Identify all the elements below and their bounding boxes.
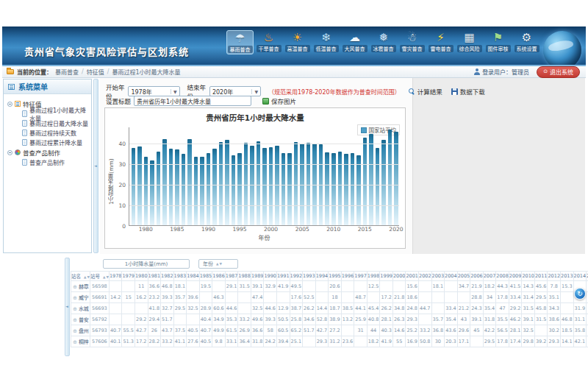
sort-desc-icon[interactable]: ▼: [106, 275, 108, 279]
save-image-button[interactable]: 保存图片: [260, 96, 296, 105]
toolbar-item-4[interactable]: ❄低温普查: [312, 30, 340, 54]
bar-2014[interactable]: [356, 155, 361, 225]
year-column-header[interactable]: 1979: [122, 272, 135, 281]
toolbar-item-3[interactable]: ☀高温普查: [284, 30, 311, 54]
row-expand-icon[interactable]: ⊕: [73, 317, 77, 323]
bar-1994[interactable]: [232, 155, 236, 226]
year-column-header[interactable]: 1991: [276, 272, 290, 281]
breadcrumb-item[interactable]: 特征值: [87, 68, 104, 76]
bar-2000[interactable]: [269, 147, 273, 225]
bar-1999[interactable]: [262, 148, 267, 225]
bar-1993[interactable]: [225, 140, 229, 225]
bar-1983[interactable]: [162, 139, 167, 225]
toolbar-item-11[interactable]: ⚙系统设置: [513, 30, 540, 54]
year-column-header[interactable]: 1994: [315, 272, 329, 281]
year-column-header[interactable]: 1999: [380, 272, 393, 281]
year-column-header[interactable]: 2005: [457, 272, 470, 281]
toolbar-item-10[interactable]: ⚑图件审核: [484, 30, 512, 54]
year-column-header[interactable]: 2006: [470, 272, 484, 281]
bar-1987[interactable]: [187, 139, 192, 225]
year-column-header[interactable]: 2002: [419, 272, 432, 281]
chart-title-input[interactable]: [134, 96, 251, 106]
bar-1980[interactable]: [144, 157, 148, 225]
bar-2016[interactable]: [369, 134, 373, 225]
sort-asc-icon[interactable]: ▲: [84, 275, 86, 279]
sort-asc-icon[interactable]: ▲: [216, 262, 218, 266]
year-sort-control[interactable]: 年份 ▲▼: [198, 259, 238, 269]
year-column-header[interactable]: 1978: [109, 272, 122, 281]
toolbar-item-6[interactable]: ❅冰雹普查: [370, 30, 397, 54]
id-column-header[interactable]: 站号▲▼: [90, 272, 109, 281]
calculate-button[interactable]: 计算结果: [406, 87, 442, 96]
year-column-header[interactable]: 2007: [483, 272, 496, 281]
year-column-header[interactable]: 2014: [573, 272, 587, 281]
bar-1989[interactable]: [200, 157, 204, 226]
name-column-header[interactable]: 站名▲▼: [71, 272, 90, 281]
expand-icon[interactable]: [7, 102, 12, 107]
bar-1984[interactable]: [169, 149, 173, 225]
breadcrumb-item[interactable]: 暴雨普查: [55, 68, 79, 76]
bar-1981[interactable]: [150, 160, 154, 225]
year-column-header[interactable]: 1989: [251, 272, 264, 281]
year-column-header[interactable]: 1984: [187, 272, 200, 281]
bar-2009[interactable]: [325, 152, 329, 225]
year-column-header[interactable]: 1990: [264, 272, 277, 281]
bar-2006[interactable]: [306, 143, 311, 225]
toolbar-item-9[interactable]: ▦综合风险: [456, 30, 483, 54]
metric-filter[interactable]: 1小时降水量(mm): [103, 259, 190, 269]
expand-icon[interactable]: [7, 150, 12, 155]
year-column-header[interactable]: 2003: [431, 272, 445, 281]
year-column-header[interactable]: 1993: [303, 272, 316, 281]
year-column-header[interactable]: 2008: [496, 272, 509, 281]
tree-item-1-4[interactable]: 暴雨过程累计降水量: [6, 138, 89, 147]
sidebar-collapse-handle[interactable]: ◄: [93, 79, 98, 253]
year-column-header[interactable]: 1998: [367, 272, 380, 281]
year-column-header[interactable]: 1981: [148, 272, 161, 281]
bar-1978[interactable]: [132, 148, 136, 225]
bar-1979[interactable]: [137, 146, 142, 225]
bar-1991[interactable]: [212, 149, 217, 225]
year-column-header[interactable]: 2012: [548, 272, 561, 281]
sort-desc-icon[interactable]: ▼: [219, 262, 221, 266]
tree-item-1-3[interactable]: 暴雨过程持续天数: [6, 128, 89, 138]
tree-item-1-1[interactable]: 暴雨过程1小时最大降水量: [6, 109, 89, 118]
year-column-header[interactable]: 1987: [225, 272, 238, 281]
download-button[interactable]: 数据下载: [449, 87, 485, 96]
bar-2018[interactable]: [381, 140, 386, 225]
bar-1996[interactable]: [244, 143, 248, 225]
year-column-header[interactable]: 2001: [406, 272, 419, 281]
bar-2020[interactable]: [394, 132, 398, 225]
row-expand-icon[interactable]: ⊕: [73, 284, 77, 290]
tree-item-1-2[interactable]: 暴雨过程日最大降水量: [6, 118, 89, 128]
bar-2015[interactable]: [363, 138, 368, 225]
bar-2011[interactable]: [338, 152, 343, 225]
year-column-header[interactable]: 1997: [354, 272, 368, 281]
row-expand-icon[interactable]: ⊕: [73, 295, 77, 301]
sort-asc-icon[interactable]: ▲: [103, 275, 105, 279]
start-year-select[interactable]: 1978年 ▼: [128, 86, 179, 96]
table-collapse-handle[interactable]: ◄: [65, 258, 70, 356]
row-expand-icon[interactable]: ⊕: [73, 306, 77, 312]
floating-widget-icon[interactable]: ↻: [574, 288, 586, 300]
toolbar-item-5[interactable]: ☁大风普查: [341, 30, 368, 54]
row-expand-icon[interactable]: ⊕: [73, 339, 77, 345]
year-column-header[interactable]: 2009: [509, 272, 522, 281]
year-column-header[interactable]: 1986: [212, 272, 226, 281]
year-column-header[interactable]: 2000: [392, 272, 406, 281]
year-column-header[interactable]: 1983: [173, 272, 187, 281]
bar-1998[interactable]: [257, 141, 261, 225]
year-column-header[interactable]: 1985: [199, 272, 212, 281]
logout-button[interactable]: ⊙ 退出系统: [537, 66, 580, 78]
year-column-header[interactable]: 1980: [135, 272, 148, 281]
bar-1982[interactable]: [157, 152, 161, 226]
year-column-header[interactable]: 1996: [341, 272, 354, 281]
toolbar-item-8[interactable]: ⚡雷电普查: [427, 30, 454, 54]
bar-1988[interactable]: [194, 157, 198, 225]
bar-1985[interactable]: [175, 149, 179, 225]
bar-2017[interactable]: [376, 148, 380, 226]
year-column-header[interactable]: 2004: [445, 272, 458, 281]
year-column-header[interactable]: 1982: [161, 272, 174, 281]
end-year-select[interactable]: 2020年 ▼: [209, 86, 261, 96]
toolbar-item-2[interactable]: ♨干旱普查: [255, 30, 282, 54]
year-column-header[interactable]: 2011: [534, 272, 548, 281]
